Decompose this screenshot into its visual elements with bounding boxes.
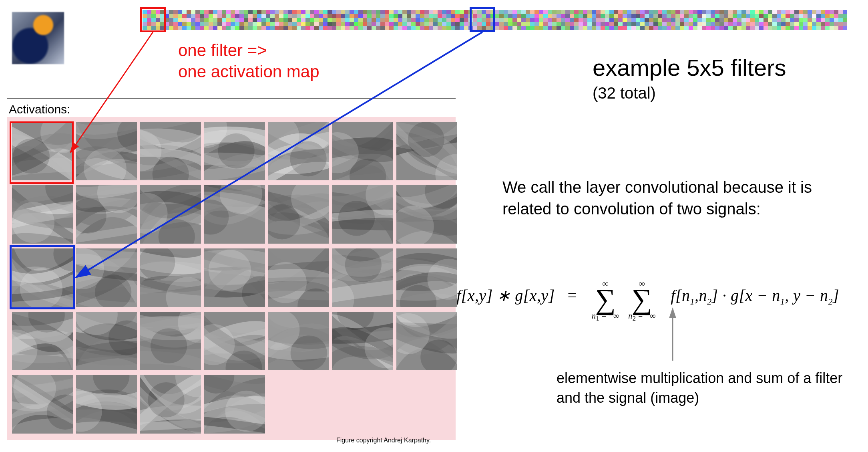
svg-rect-435: [517, 18, 521, 22]
svg-rect-218: [332, 22, 336, 26]
svg-rect-318: [420, 22, 424, 26]
svg-rect-713: [772, 18, 777, 22]
svg-rect-66: [191, 22, 195, 26]
svg-rect-213: [332, 18, 336, 22]
svg-rect-695: [737, 26, 741, 30]
svg-rect-75: [209, 10, 213, 14]
svg-rect-308: [420, 14, 424, 18]
svg-rect-466: [543, 22, 548, 26]
svg-rect-663: [728, 18, 733, 22]
svg-rect-517: [592, 22, 596, 26]
svg-rect-13: [156, 18, 160, 22]
svg-rect-106: [235, 14, 239, 18]
svg-rect-344: [446, 22, 451, 26]
svg-rect-235: [341, 18, 345, 22]
svg-rect-646: [697, 26, 702, 30]
svg-rect-132: [261, 14, 266, 18]
svg-rect-161: [279, 18, 283, 22]
svg-rect-486: [565, 18, 570, 22]
svg-rect-600: [671, 10, 675, 14]
svg-rect-279: [402, 10, 407, 14]
svg-rect-467: [548, 22, 552, 26]
svg-rect-67: [195, 22, 200, 26]
svg-rect-115: [231, 22, 235, 26]
svg-rect-567: [636, 22, 640, 26]
svg-rect-456: [543, 14, 548, 18]
svg-rect-641: [697, 22, 702, 26]
svg-rect-205: [319, 14, 323, 18]
svg-rect-297: [394, 26, 398, 30]
svg-rect-671: [719, 26, 724, 30]
svg-rect-154: [292, 10, 297, 14]
svg-rect-238: [354, 18, 358, 22]
svg-rect-710: [759, 18, 764, 22]
svg-rect-722: [768, 26, 772, 30]
svg-rect-138: [266, 18, 270, 22]
svg-rect-681: [741, 14, 746, 18]
filter-thumb-28: [759, 10, 781, 30]
svg-rect-707: [768, 14, 772, 18]
svg-rect-454: [557, 10, 561, 14]
svg-rect-748: [794, 26, 799, 30]
svg-rect-29: [182, 10, 187, 14]
svg-rect-524: [601, 26, 605, 30]
svg-rect-428: [530, 10, 534, 14]
svg-rect-525: [605, 10, 609, 14]
svg-rect-280: [385, 14, 389, 18]
svg-rect-80: [209, 14, 213, 18]
activation-map-6: [396, 122, 457, 180]
svg-rect-472: [548, 26, 552, 30]
svg-rect-559: [645, 14, 649, 18]
svg-rect-594: [667, 22, 671, 26]
svg-rect-183: [310, 14, 314, 18]
svg-rect-530: [605, 14, 609, 18]
svg-rect-754: [821, 10, 825, 14]
filter-thumb-21: [605, 10, 627, 30]
svg-rect-400: [495, 10, 499, 14]
svg-rect-82: [217, 14, 222, 18]
formula-sum1: ∞ ∑ n1 = −∞: [592, 272, 619, 322]
filter-thumb-16: [495, 10, 517, 30]
svg-rect-623: [684, 26, 689, 30]
svg-rect-774: [821, 26, 825, 30]
svg-rect-28: [178, 10, 182, 14]
svg-rect-187: [305, 18, 310, 22]
svg-rect-240: [341, 22, 345, 26]
svg-rect-452: [548, 10, 552, 14]
svg-rect-378: [486, 10, 490, 14]
svg-rect-723: [772, 26, 777, 30]
svg-rect-49: [182, 26, 187, 30]
svg-rect-574: [645, 26, 649, 30]
svg-rect-6: [147, 14, 151, 18]
svg-rect-284: [402, 14, 407, 18]
svg-rect-278: [398, 10, 402, 14]
svg-rect-210: [319, 18, 323, 22]
svg-rect-44: [182, 22, 187, 26]
svg-rect-173: [288, 26, 292, 30]
svg-rect-251: [367, 10, 372, 14]
svg-rect-249: [358, 26, 363, 30]
svg-rect-758: [816, 14, 821, 18]
svg-rect-288: [398, 18, 402, 22]
svg-rect-241: [345, 22, 350, 26]
svg-rect-636: [697, 18, 702, 22]
svg-rect-255: [363, 14, 367, 18]
svg-rect-714: [777, 18, 781, 22]
svg-rect-458: [552, 14, 557, 18]
svg-rect-8: [156, 14, 160, 18]
svg-rect-430: [517, 14, 521, 18]
activation-map-0: [12, 122, 73, 180]
svg-rect-584: [667, 14, 671, 18]
svg-rect-535: [605, 18, 609, 22]
svg-rect-621: [675, 26, 680, 30]
svg-rect-728: [794, 10, 799, 14]
svg-rect-565: [627, 22, 631, 26]
svg-rect-31: [169, 14, 173, 18]
svg-rect-613: [684, 18, 689, 22]
activation-map-31: [204, 375, 265, 434]
activation-map-8: [76, 185, 137, 244]
svg-rect-228: [354, 10, 358, 14]
svg-rect-289: [402, 18, 407, 22]
svg-rect-18: [156, 22, 160, 26]
svg-rect-16: [147, 22, 151, 26]
